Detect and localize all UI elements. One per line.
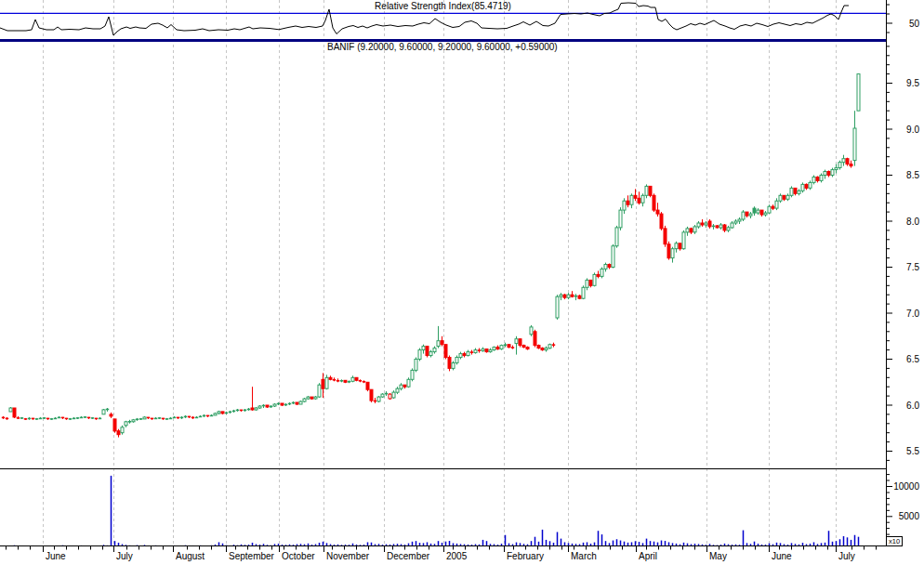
candle-body — [723, 225, 726, 230]
candle-body — [24, 418, 27, 420]
candle-body — [426, 347, 429, 356]
candle-body — [697, 223, 700, 227]
candle-body — [478, 349, 481, 351]
price-axis-label: 6.0 — [906, 401, 919, 411]
candle-body — [333, 379, 336, 381]
candle-body — [530, 327, 533, 335]
candle-body — [20, 417, 23, 419]
candle-body — [370, 389, 373, 401]
candle-body — [147, 417, 150, 419]
candle-body — [738, 219, 741, 221]
candle-body — [366, 382, 369, 389]
candle-body — [831, 170, 834, 176]
candle-body — [415, 360, 417, 371]
candle-body — [653, 195, 655, 210]
candle-body — [206, 415, 209, 417]
candle-body — [266, 405, 269, 407]
month-label: June — [46, 551, 66, 561]
candle-body — [169, 418, 172, 420]
candle-body — [444, 345, 447, 358]
candle-body — [470, 351, 473, 353]
candle-body — [556, 296, 559, 318]
candle-body — [786, 195, 789, 199]
month-label: October — [282, 551, 315, 561]
volume-axis-label: 5000 — [899, 511, 920, 521]
candle-body — [91, 417, 94, 419]
candle-body — [255, 408, 257, 410]
candle-body — [474, 350, 477, 353]
candle-body — [768, 206, 771, 213]
candle-body — [2, 417, 5, 419]
candle-body — [824, 172, 826, 176]
candle-body — [601, 269, 603, 277]
candle-body — [638, 198, 640, 203]
candle-body — [251, 408, 254, 410]
candle-body — [158, 417, 161, 419]
candle-body — [641, 195, 644, 203]
candle-body — [719, 225, 722, 228]
candle-body — [545, 348, 548, 350]
candle-body — [232, 411, 235, 413]
candle-body — [314, 397, 317, 399]
volume-axis-label: 10000 — [893, 481, 919, 492]
candle-body — [65, 418, 68, 420]
candle-body — [500, 346, 503, 349]
candle-body — [363, 381, 365, 383]
candle-body — [236, 410, 239, 412]
candle-body — [623, 201, 626, 210]
candle-body — [783, 195, 785, 199]
candle-body — [608, 265, 611, 268]
rsi-title: Relative Strength Index(85.4719) — [0, 1, 886, 11]
candle-body — [515, 339, 518, 344]
candle-body — [805, 184, 808, 188]
candle-body — [322, 379, 324, 388]
candle-body — [136, 419, 139, 421]
candle-body — [656, 210, 659, 214]
candle-body — [574, 296, 577, 297]
candle-body — [262, 405, 265, 407]
candle-body — [389, 394, 391, 399]
candle-body — [180, 417, 183, 419]
candle-body — [284, 404, 287, 406]
candle-body — [731, 223, 733, 228]
candle-body — [578, 296, 581, 298]
candle-body — [229, 412, 231, 414]
month-label: June — [772, 551, 792, 561]
price-axis-label: 8.5 — [906, 170, 919, 180]
candle-body — [359, 380, 362, 382]
candle-body — [125, 422, 127, 426]
candle-body — [199, 416, 202, 418]
price-axis-label: 9.0 — [906, 125, 919, 135]
candle-body — [73, 418, 75, 420]
candle-body — [835, 168, 838, 170]
candle-body — [772, 206, 774, 208]
candle-body — [28, 418, 31, 420]
candle-body — [95, 418, 98, 420]
candle-body — [790, 188, 793, 195]
candle-body — [374, 401, 376, 402]
candle-body — [489, 350, 492, 352]
candle-body — [99, 418, 101, 420]
candle-body — [589, 280, 592, 285]
candle-body — [809, 182, 812, 188]
candle-body — [482, 349, 484, 351]
candle-body — [690, 229, 693, 232]
candle-body — [485, 349, 488, 352]
candle-body — [816, 177, 819, 181]
candle-body — [693, 227, 696, 232]
candle-body — [455, 358, 458, 363]
candle-body — [764, 213, 767, 215]
candle-body — [310, 397, 313, 399]
candle-body — [467, 352, 469, 356]
candle-body — [846, 159, 849, 164]
candle-body — [102, 410, 105, 414]
candle-body — [582, 287, 585, 298]
candle-body — [351, 377, 354, 381]
chart-canvas: 509.59.08.58.07.57.06.56.05.5100005000Ju… — [0, 0, 924, 565]
candle-body — [433, 348, 436, 352]
month-label: April — [639, 551, 657, 561]
candle-body — [240, 410, 243, 412]
candle-body — [418, 350, 421, 360]
candle-body — [705, 223, 707, 225]
candle-body — [210, 415, 213, 417]
